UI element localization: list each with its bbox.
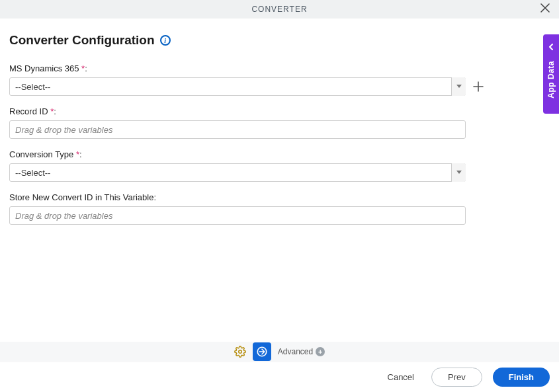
page-title: Converter Configuration [9,33,155,48]
export-button[interactable] [253,342,271,361]
conversion-type-select[interactable]: --Select-- [9,163,466,182]
svg-point-0 [239,350,242,354]
field-record-id: Record ID *: Drag & drop the variables [9,106,550,139]
close-icon[interactable] [540,3,550,15]
plus-circle-icon: + [316,347,325,356]
form-content: Converter Configuration i MS Dynamics 36… [0,19,559,225]
store-variable-input[interactable]: Drag & drop the variables [9,206,466,225]
record-id-input[interactable]: Drag & drop the variables [9,120,466,139]
add-connection-button[interactable] [472,81,484,93]
page-title-row: Converter Configuration i [9,33,550,48]
ms-dynamics-select[interactable]: --Select-- [9,77,466,96]
cancel-button[interactable]: Cancel [381,368,421,386]
app-data-tab-label: App Data [546,61,556,98]
chevron-left-icon [548,41,554,53]
field-store-variable: Store New Convert ID in This Variable: D… [9,192,550,225]
info-icon[interactable]: i [160,35,171,46]
field-store-variable-label: Store New Convert ID in This Variable: [9,192,550,202]
bottom-toolbar: Advanced + [0,342,559,362]
conversion-type-select-value: --Select-- [9,163,466,182]
prev-button[interactable]: Prev [431,368,482,387]
field-ms-dynamics-label: MS Dynamics 365 *: [9,63,550,73]
footer: Cancel Prev Finish [0,362,559,392]
gear-icon[interactable] [234,346,246,358]
field-ms-dynamics: MS Dynamics 365 *: --Select-- [9,63,550,96]
advanced-label: Advanced [278,347,313,356]
app-data-tab[interactable]: App Data [543,34,559,114]
modal-title: CONVERTER [251,5,307,14]
field-conversion-type: Conversion Type *: --Select-- [9,149,550,182]
advanced-toggle[interactable]: Advanced + [278,347,325,356]
finish-button[interactable]: Finish [493,368,550,387]
field-record-id-label: Record ID *: [9,106,550,116]
ms-dynamics-select-value: --Select-- [9,77,466,96]
modal-header: CONVERTER [0,0,559,19]
field-conversion-type-label: Conversion Type *: [9,149,550,159]
